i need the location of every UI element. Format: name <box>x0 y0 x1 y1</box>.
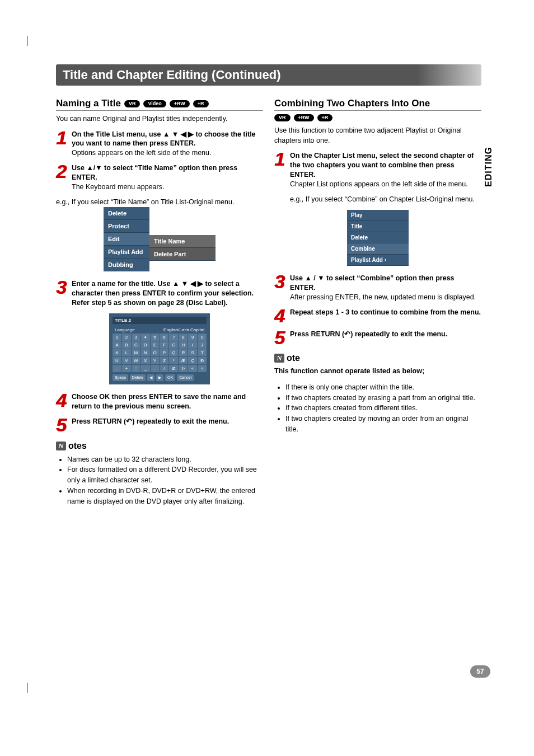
kb-key: 4 <box>141 334 150 341</box>
step-3: 3 Enter a name for the title. Use ▲ ▼ ◀ … <box>56 279 263 308</box>
kb-key: J <box>198 341 207 349</box>
right-step-4: 5 Press RETURN (↶) repeatedly to exit th… <box>274 330 481 346</box>
note-intro: This function cannot operate listed as b… <box>274 367 481 377</box>
badge-plusr: +R <box>193 100 209 107</box>
badge-vr: VR <box>124 100 140 107</box>
step5-bold: Press RETURN (↶) repeatedly to exit the … <box>72 417 229 425</box>
kb-key: Ð <box>198 357 207 364</box>
rstep3-bold: Repeat steps 1 - 3 to continue to combin… <box>290 308 481 316</box>
right-column: Combining Two Chapters Into One VR +RW +… <box>274 98 481 506</box>
note-list-right: If there is only one chapter within the … <box>274 382 481 435</box>
crop-mark-top <box>27 36 27 46</box>
kb-key: F <box>160 341 169 349</box>
menu-playlist-add: Playlist Add <box>104 246 149 259</box>
step-number-1: 1 <box>56 130 68 146</box>
kb-key: _ <box>141 365 150 372</box>
note-item: If two chapters created by moving an ord… <box>285 414 481 435</box>
kb-key: T <box>198 349 207 356</box>
kb-key: D <box>141 341 150 349</box>
kb-key: 5 <box>151 334 160 341</box>
kb-key: Æ <box>179 357 188 364</box>
section-heading-combining: Combining Two Chapters Into One <box>274 98 481 111</box>
kb-key: G <box>169 341 178 349</box>
kb-key: M <box>132 349 140 356</box>
menu-dubbing: Dubbing <box>104 259 149 271</box>
step-4: 4 Choose OK then press ENTER to save the… <box>56 392 263 411</box>
kb-key: * <box>169 357 178 364</box>
kb-key: U <box>113 357 121 364</box>
kb-lang-label: Language <box>115 327 135 332</box>
rstep4-bold: Press RETURN (↶) repeatedly to exit the … <box>290 330 447 338</box>
submenu-title-name: Title Name <box>149 235 216 248</box>
kb-key: 0 <box>198 334 207 341</box>
section-heading-naming: Naming a Title VR Video +RW +R <box>56 98 263 111</box>
chmenu-delete: Delete <box>347 232 409 243</box>
step2-sub: The Keyboard menu appears. <box>72 183 164 191</box>
kb-ok: OK <box>165 374 175 381</box>
submenu-delete-part: Delete Part <box>149 248 216 261</box>
step1-bold: On the Title List menu, use ▲ ▼ ◀ ▶ to c… <box>72 130 256 148</box>
right-step-3: 4 Repeat steps 1 - 3 to continue to comb… <box>274 308 481 324</box>
rstep2-sub: After pressing ENTER, the new, updated m… <box>290 293 476 301</box>
rstep1-example: e.g., If you select “Combine” on Chapter… <box>290 195 481 205</box>
chmenu-title: Title <box>347 221 409 232</box>
badge-video: Video <box>143 100 166 107</box>
kb-cancel: Cancel <box>177 374 194 381</box>
kb-key: Þ <box>179 365 188 372</box>
kb-key: N <box>141 349 150 356</box>
step-number-5: 5 <box>56 417 68 433</box>
left-column: Naming a Title VR Video +RW +R You can n… <box>56 98 263 506</box>
heading-text: Combining Two Chapters Into One <box>274 98 430 109</box>
note-item: Names can be up to 32 characters long. <box>67 454 263 465</box>
kb-key: C <box>132 341 140 349</box>
menu-protect: Protect <box>104 220 149 233</box>
kb-space: Space <box>113 374 128 381</box>
rstep1-sub: Chapter List options appears on the left… <box>290 180 468 188</box>
step2-example: e.g., If you select “Title Name” on Titl… <box>56 198 263 208</box>
note-icon: N <box>274 354 284 363</box>
kb-lang-value: English/Latin Capital <box>163 327 204 332</box>
step-number-3: 3 <box>56 279 68 295</box>
step-2: 2 Use ▲/▼ to select “Title Name” option … <box>56 163 263 192</box>
kb-key: W <box>132 357 140 364</box>
note-item: If there is only one chapter within the … <box>285 382 481 393</box>
page-number: 57 <box>470 665 490 678</box>
badge-plusrw: +RW <box>170 100 190 107</box>
step-1: 1 On the Title List menu, use ▲ ▼ ◀ ▶ to… <box>56 130 263 158</box>
kb-key: Y <box>151 357 160 364</box>
step-number-2: 3 <box>274 274 287 290</box>
kb-title: TITLE 2 <box>113 317 207 324</box>
kb-key: 8 <box>179 334 188 341</box>
kb-key: A <box>113 341 121 349</box>
side-tab-editing: EDITING <box>484 147 494 187</box>
kb-key: I <box>188 341 197 349</box>
step4-bold: Choose OK then press ENTER to save the n… <box>72 393 246 410</box>
kb-key: . <box>151 365 160 372</box>
right-step-2: 3 Use ▲ / ▼ to select “Combine” option t… <box>274 274 481 302</box>
kb-key: S <box>188 349 197 356</box>
columns: Naming a Title VR Video +RW +R You can n… <box>56 98 481 506</box>
step3-bold: Enter a name for the title. Use ▲ ▼ ◀ ▶ … <box>72 280 254 307</box>
kb-delete: Delete <box>130 374 146 381</box>
kb-key: » <box>198 365 207 372</box>
chmenu-combine: Combine <box>347 243 409 255</box>
note-heading-right: N ote <box>274 353 481 363</box>
step1-sub: Options appears on the left side of the … <box>72 149 211 157</box>
kb-key: 3 <box>132 334 140 341</box>
kb-key: E <box>151 341 160 349</box>
rstep2-bold: Use ▲ / ▼ to select “Combine” option the… <box>290 274 455 292</box>
step-5: 5 Press RETURN (↶) repeatedly to exit th… <box>56 417 263 433</box>
kb-key: Z <box>160 357 169 364</box>
kb-key: H <box>179 341 188 349</box>
keyboard-figure: TITLE 2 Language English/Latin Capital 1… <box>109 313 210 384</box>
kb-right: ▶ <box>156 374 163 381</box>
page-content: Title and Chapter Editing (Continued) Na… <box>56 64 481 506</box>
badge-plusr: +R <box>317 114 333 121</box>
kb-key: / <box>160 365 169 372</box>
note-icon: N <box>56 442 66 450</box>
step2-bold: Use ▲/▼ to select “Title Name” option th… <box>72 164 237 181</box>
step-number-2: 2 <box>56 163 68 180</box>
badge-plusrw: +RW <box>294 114 314 121</box>
heading-text: Naming a Title <box>56 98 121 109</box>
kb-key: « <box>188 365 197 372</box>
